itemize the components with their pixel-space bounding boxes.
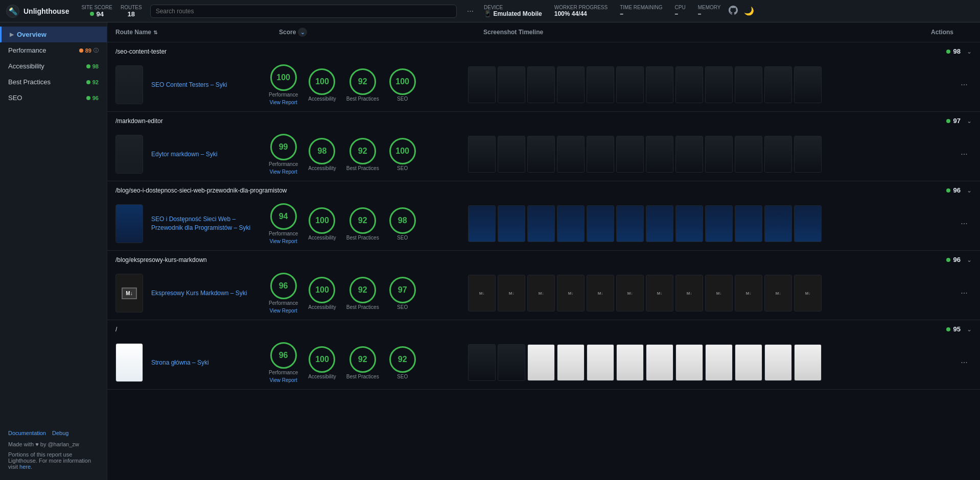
best-practices-dot xyxy=(86,80,90,84)
route-header-5[interactable]: / 95 ⌄ xyxy=(107,320,980,338)
route-header-1[interactable]: /seo-content-tester 98 ⌄ xyxy=(107,42,980,60)
route-more-1[interactable]: ··· xyxy=(956,78,972,91)
score-performance-1: 100 Performance View Report xyxy=(269,64,298,105)
sidebar-item-performance[interactable]: Performance 89 ⓘ xyxy=(0,42,107,58)
sidebar-overview-label: Overview xyxy=(17,31,46,38)
sidebar: ▶ Overview Performance 89 ⓘ Accessibilit… xyxy=(0,22,107,480)
view-report-3[interactable]: View Report xyxy=(269,238,297,244)
timeline-thumb xyxy=(735,344,762,381)
debug-link[interactable]: Debug xyxy=(52,430,68,436)
here-link[interactable]: here xyxy=(19,464,31,470)
device-block: DEVICE 📱 Emulated Mobile xyxy=(484,5,542,17)
route-header-2[interactable]: /markdown-editor 97 ⌄ xyxy=(107,112,980,130)
timeline-thumb: M↓ xyxy=(675,275,703,311)
route-section-markdown-blog: /blog/ekspresowy-kurs-markdown 96 ⌄ M↓ E… xyxy=(107,251,980,320)
performance-dot xyxy=(79,49,83,53)
github-button[interactable] xyxy=(729,6,738,17)
timeline-3 xyxy=(468,205,951,242)
timeline-thumb xyxy=(764,66,792,103)
route-dot-1 xyxy=(946,50,950,54)
cpu-value: – xyxy=(675,10,686,17)
logo-icon: 🔦 xyxy=(6,5,19,18)
sidebar-links: Documentation Debug xyxy=(8,430,99,436)
sidebar-item-seo[interactable]: SEO 96 xyxy=(0,90,107,106)
performance-info-icon[interactable]: ⓘ xyxy=(94,47,99,54)
sort-icon[interactable]: ⇅ xyxy=(153,30,157,35)
route-score-3: 96 xyxy=(946,186,961,194)
score-best-practices-3: 92 Best Practices xyxy=(346,207,379,241)
timeline-thumb: M↓ xyxy=(498,275,525,311)
score-circle-bp-4: 92 xyxy=(349,277,376,303)
accessibility-score: 98 xyxy=(92,63,99,69)
sidebar-item-accessibility[interactable]: Accessibility 98 xyxy=(0,58,107,74)
collapse-icon-4[interactable]: ⌄ xyxy=(967,256,972,263)
more-button[interactable]: ··· xyxy=(465,5,476,18)
sidebar-performance-label: Performance xyxy=(8,46,46,54)
page-title-link-3[interactable]: SEO i Dostępność Sieci Web – Przewodnik … xyxy=(151,215,250,231)
score-circle-performance-5: 96 xyxy=(270,342,297,369)
timeline-thumb: M↓ xyxy=(705,275,733,311)
score-best-practices-1: 92 Best Practices xyxy=(346,68,379,102)
view-report-4[interactable]: View Report xyxy=(269,308,297,314)
worker-value: 100% 44/44 xyxy=(554,10,608,17)
score-circle-accessibility-4: 100 xyxy=(309,277,335,303)
filter-icon[interactable]: ⌄ xyxy=(298,28,307,37)
timeline-thumb xyxy=(498,205,525,242)
timeline-thumb xyxy=(646,344,673,381)
view-report-2[interactable]: View Report xyxy=(269,169,297,175)
made-with: Made with ♥ by @harlan_zw xyxy=(8,441,99,447)
timeline-thumb xyxy=(764,205,792,242)
collapse-icon-2[interactable]: ⌄ xyxy=(967,117,972,125)
sidebar-item-best-practices[interactable]: Best Practices 92 xyxy=(0,74,107,90)
timeline-thumb xyxy=(468,344,496,381)
page-title-link-1[interactable]: SEO Content Testers – Syki xyxy=(151,81,227,88)
route-more-3[interactable]: ··· xyxy=(956,217,972,230)
route-score-4: 96 xyxy=(946,256,961,263)
route-section-seo-content-tester: /seo-content-tester 98 ⌄ SEO Content Tes… xyxy=(107,42,980,112)
timeline-thumb xyxy=(527,66,555,103)
route-more-5[interactable]: ··· xyxy=(956,356,972,369)
timeline-2 xyxy=(468,136,951,173)
score-circle-bp-1: 92 xyxy=(349,68,376,95)
timeline-thumb: M↓ xyxy=(794,275,822,311)
route-more-4[interactable]: ··· xyxy=(956,286,972,300)
page-title-wrap-5: Strona główna – Syki xyxy=(151,358,264,367)
score-best-practices-4: 92 Best Practices xyxy=(346,277,379,310)
score-circle-bp-2: 92 xyxy=(349,138,376,164)
timeline-thumb xyxy=(468,66,496,103)
route-header-3[interactable]: /blog/seo-i-dostepnosc-sieci-web-przewod… xyxy=(107,181,980,199)
route-score-5: 95 xyxy=(946,325,961,333)
theme-toggle-button[interactable]: 🌙 xyxy=(744,6,754,16)
route-more-2[interactable]: ··· xyxy=(956,148,972,161)
collapse-icon-5[interactable]: ⌄ xyxy=(967,326,972,333)
score-circle-accessibility-3: 100 xyxy=(309,207,335,234)
timeline-thumb xyxy=(705,344,733,381)
route-score-2: 97 xyxy=(946,117,961,125)
collapse-icon-3[interactable]: ⌄ xyxy=(967,187,972,194)
timeline-thumb xyxy=(794,136,822,173)
page-title-link-5[interactable]: Strona główna – Syki xyxy=(151,359,209,366)
timeline-thumb xyxy=(527,205,555,242)
score-circle-seo-2: 100 xyxy=(389,138,416,164)
score-accessibility-2: 98 Accessibility xyxy=(308,138,336,171)
collapse-icon-1[interactable]: ⌄ xyxy=(967,48,972,55)
timeline-thumb xyxy=(646,205,673,242)
content-area: Route Name ⇅ Score ⌄ Screenshot Timeline… xyxy=(107,22,980,480)
timeline-thumb xyxy=(527,136,555,173)
routes-count: ROUTES 18 xyxy=(121,5,142,18)
route-header-4[interactable]: /blog/ekspresowy-kurs-markdown 96 ⌄ xyxy=(107,251,980,269)
timeline-thumb xyxy=(587,344,614,381)
documentation-link[interactable]: Documentation xyxy=(8,430,46,436)
score-circle-accessibility-1: 100 xyxy=(309,68,335,95)
search-input[interactable] xyxy=(150,5,457,18)
timeline-thumb xyxy=(527,344,555,381)
logo[interactable]: 🔦 Unlighthouse xyxy=(6,5,69,18)
worker-label: WORKER PROGRESS xyxy=(554,5,608,10)
sidebar-item-overview[interactable]: ▶ Overview xyxy=(0,27,107,42)
nav-icons: 🌙 xyxy=(729,6,754,17)
view-report-1-perf[interactable]: View Report xyxy=(269,100,297,105)
page-title-link-4[interactable]: Ekspresowy Kurs Markdown – Syki xyxy=(151,290,247,297)
memory-value: – xyxy=(698,10,721,17)
page-title-link-2[interactable]: Edytor markdown – Syki xyxy=(151,151,217,158)
view-report-5[interactable]: View Report xyxy=(269,377,297,383)
